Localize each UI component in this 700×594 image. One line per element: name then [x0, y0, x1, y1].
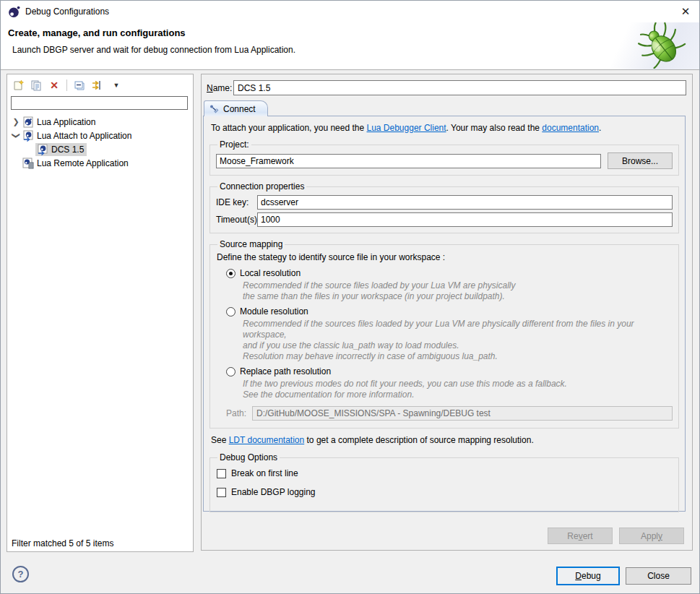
ldt-documentation-link[interactable]: LDT documentation [229, 435, 305, 445]
name-label: Name: [207, 83, 232, 93]
collapse-all-icon[interactable] [73, 79, 86, 91]
toolbar-separator [66, 79, 67, 91]
path-row: Path: [226, 406, 673, 421]
connect-tab-content: To attach your application, you need the… [203, 116, 686, 512]
tree-item-label: Lua Attach to Application [37, 131, 131, 141]
timeout-input[interactable] [257, 212, 673, 227]
tree-item-lua-attach[interactable]: ❯ Lua Attach to Application [7, 129, 193, 142]
app-icon [8, 6, 20, 18]
filter-search [11, 96, 189, 110]
configurations-sidebar: ✕ ▼ ❯ [7, 74, 194, 552]
tree-item-label: DCS 1.5 [51, 145, 84, 155]
header-banner: Create, manage, and run configurations L… [1, 22, 699, 70]
intro-text: To attach your application, you need the… [211, 123, 678, 133]
configuration-tree: ❯ Lua Application ❯ Lua Attach to Applic… [7, 115, 193, 170]
revert-button[interactable]: Revert [548, 528, 613, 544]
connect-icon [209, 104, 220, 114]
sidebar-toolbar: ✕ ▼ [7, 74, 193, 94]
tree-item-label: Lua Application [37, 117, 95, 127]
radio-label: Local resolution [240, 268, 301, 278]
debug-options-group: Debug Options Break on first line Enable… [209, 452, 679, 512]
checkbox-label: Enable DBGP logging [231, 487, 316, 497]
banner-heading: Create, manage, and run configurations [8, 27, 186, 38]
connection-properties-legend: Connection properties [217, 181, 306, 191]
debug-button[interactable]: Debug [556, 567, 620, 585]
project-legend: Project: [217, 139, 251, 150]
radio-label: Replace path resolution [240, 366, 331, 376]
debug-bug-icon [634, 22, 691, 69]
ide-key-input[interactable] [257, 195, 673, 210]
delete-configuration-icon[interactable]: ✕ [48, 79, 61, 91]
chevron-down-icon[interactable]: ❯ [12, 131, 21, 141]
chevron-right-icon[interactable]: ❯ [11, 117, 21, 126]
source-mapping-intro: Define the stategy to identify source fi… [217, 252, 673, 262]
documentation-link[interactable]: documentation [542, 123, 599, 133]
path-label: Path: [226, 408, 246, 418]
debug-options-legend: Debug Options [217, 452, 280, 462]
filter-search-input[interactable] [11, 96, 188, 110]
radio-replace-path-resolution[interactable]: Replace path resolution [226, 366, 673, 376]
radio-button[interactable] [226, 367, 236, 376]
checkbox-label: Break on first line [231, 468, 298, 478]
tree-item-lua-remote[interactable]: Lua Remote Application [7, 156, 193, 170]
source-mapping-group: Source mapping Define the stategy to ide… [209, 239, 679, 429]
source-mapping-legend: Source mapping [217, 239, 285, 249]
lua-attach-icon [37, 144, 48, 155]
radio-button[interactable] [226, 307, 236, 317]
title-bar: Debug Configurations ✕ [1, 1, 699, 22]
filter-configurations-icon[interactable] [91, 79, 104, 91]
ide-key-label: IDE key: [216, 197, 257, 207]
configuration-detail-panel: Name: Connect To attach your application… [201, 74, 693, 551]
lua-remote-icon [22, 158, 34, 169]
lua-debugger-client-link[interactable]: Lua Debugger Client [366, 123, 446, 133]
tree-item-label: Lua Remote Application [37, 158, 129, 168]
local-resolution-description: Recommended if the source files loaded b… [243, 280, 673, 302]
tree-item-dcs15[interactable]: DCS 1.5 [7, 142, 193, 156]
checkbox-break-on-first-line[interactable]: Break on first line [217, 468, 673, 478]
window-title: Debug Configurations [25, 7, 109, 17]
radio-label: Module resolution [240, 306, 308, 317]
path-input [252, 406, 673, 421]
close-button[interactable]: Close [626, 567, 691, 585]
apply-button[interactable]: Apply [619, 528, 684, 544]
banner-description: Launch DBGP server and wait for debug co… [12, 45, 295, 55]
radio-module-resolution[interactable]: Module resolution [226, 306, 673, 317]
help-icon[interactable]: ? [12, 566, 29, 582]
tab-connect[interactable]: Connect [204, 100, 268, 116]
connection-properties-group: Connection properties IDE key: Timeout(s… [209, 181, 679, 233]
name-input[interactable] [233, 80, 686, 95]
project-group: Project: Browse... [209, 139, 679, 176]
selected-tree-item[interactable]: DCS 1.5 [35, 143, 87, 156]
lua-attach-icon [22, 130, 34, 142]
filter-dropdown-icon[interactable]: ▼ [109, 79, 122, 91]
checkbox[interactable] [217, 469, 226, 478]
checkbox-enable-dbgp-logging[interactable]: Enable DBGP logging [217, 487, 673, 497]
tree-item-lua-application[interactable]: ❯ Lua Application [7, 115, 193, 129]
filter-status-text: Filter matched 5 of 5 items [12, 538, 113, 548]
browse-button[interactable]: Browse... [608, 152, 673, 169]
project-input[interactable] [216, 154, 601, 168]
replace-path-description: If the two previous modes do not fit you… [243, 379, 673, 400]
close-icon[interactable]: ✕ [675, 3, 696, 20]
new-configuration-icon[interactable] [12, 79, 25, 91]
checkbox[interactable] [217, 488, 226, 497]
duplicate-configuration-icon[interactable] [30, 79, 43, 91]
tab-label: Connect [223, 104, 256, 114]
radio-button-selected[interactable] [226, 269, 236, 278]
timeout-label: Timeout(s): [216, 215, 257, 225]
module-resolution-description: Recommended if the sources files loaded … [243, 319, 673, 362]
radio-local-resolution[interactable]: Local resolution [226, 268, 673, 278]
lua-application-icon [22, 116, 34, 128]
see-documentation-text: See LDT documentation to get a complete … [211, 435, 678, 445]
